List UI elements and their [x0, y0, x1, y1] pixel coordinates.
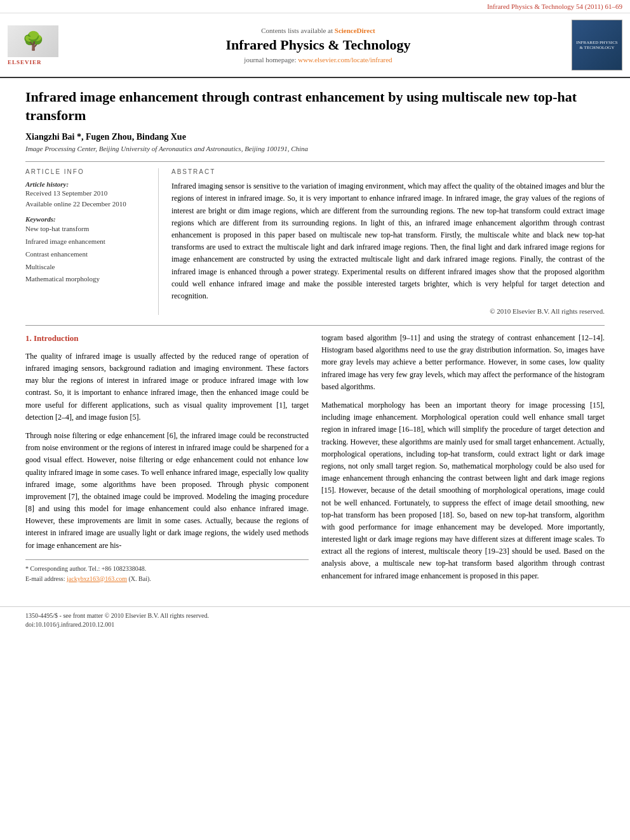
- keyword-2: Infrared image enhancement: [25, 236, 148, 248]
- keyword-4: Multiscale: [25, 261, 148, 274]
- tree-icon: 🌳: [22, 30, 44, 51]
- journal-cover-image: INFRARED PHYSICS & TECHNOLOGY: [572, 20, 622, 70]
- intro-paragraph-3: togram based algorithm [9–11] and using …: [321, 332, 605, 393]
- body-col-left: 1. Introduction The quality of infrared …: [25, 332, 309, 589]
- email-label: E-mail address:: [25, 575, 65, 582]
- info-abstract-section: ARTICLE INFO Article history: Received 1…: [25, 168, 605, 315]
- cover-thumbnail: INFRARED PHYSICS & TECHNOLOGY: [572, 20, 622, 70]
- history-label: Article history:: [25, 180, 148, 188]
- journal-homepage: journal homepage: www.elsevier.com/locat…: [71, 56, 565, 63]
- article-history-block: Article history: Received 13 September 2…: [25, 180, 148, 209]
- article-info-label: ARTICLE INFO: [25, 168, 148, 175]
- journal-bar: Infrared Physics & Technology 54 (2011) …: [0, 0, 630, 13]
- main-content: Infrared image enhancement through contr…: [0, 78, 630, 601]
- keywords-label: Keywords:: [25, 215, 148, 223]
- abstract-column: ABSTRACT Infrared imaging sensor is sens…: [171, 168, 605, 315]
- article-title: Infrared image enhancement through contr…: [25, 88, 605, 124]
- author-names: Xiangzhi Bai *, Fugen Zhou, Bindang Xue: [25, 132, 186, 142]
- intro-paragraph-4: Mathematical morphology has been an impo…: [321, 399, 605, 582]
- corresponding-note: * Corresponding author. Tel.: +86 108233…: [25, 559, 309, 584]
- journal-citation: Infrared Physics & Technology 54 (2011) …: [487, 3, 622, 10]
- divider-body: [25, 325, 605, 326]
- journal-title-header: Infrared Physics & Technology: [71, 37, 565, 53]
- affiliation: Image Processing Center, Beijing Univers…: [25, 145, 605, 152]
- elsevier-logo-container: 🌳 ELSEVIER: [8, 25, 65, 65]
- email-line: E-mail address: jackybxz163@163.com (X. …: [25, 574, 309, 584]
- homepage-url[interactable]: www.elsevier.com/locate/infrared: [298, 56, 392, 63]
- received-date: Received 13 September 2010: [25, 188, 148, 199]
- elsevier-logo-box: 🌳: [8, 25, 58, 57]
- intro-paragraph-2: Through noise filtering or edge enhancem…: [25, 430, 309, 552]
- authors: Xiangzhi Bai *, Fugen Zhou, Bindang Xue: [25, 132, 605, 142]
- body-col-right: togram based algorithm [9–11] and using …: [321, 332, 605, 589]
- introduction-heading: 1. Introduction: [25, 332, 309, 345]
- corresponding-star-text: * Corresponding author. Tel.: +86 108233…: [25, 564, 309, 574]
- article-info-column: ARTICLE INFO Article history: Received 1…: [25, 168, 159, 315]
- keywords-list: New top-hat transform Infrared image enh…: [25, 223, 148, 286]
- abstract-label: ABSTRACT: [171, 168, 605, 175]
- abstract-text: Infrared imaging sensor is sensitive to …: [171, 180, 605, 302]
- copyright-line: © 2010 Elsevier B.V. All rights reserved…: [171, 307, 605, 315]
- sciencedirect-link: Contents lists available at ScienceDirec…: [71, 27, 565, 34]
- available-online-date: Available online 22 December 2010: [25, 199, 148, 210]
- keyword-5: Mathematical morphology: [25, 273, 148, 286]
- email-name: (X. Bai).: [129, 575, 151, 582]
- elsevier-wordmark: ELSEVIER: [8, 59, 65, 65]
- keyword-3: Contrast enhancement: [25, 248, 148, 261]
- keyword-1: New top-hat transform: [25, 223, 148, 236]
- intro-paragraph-1: The quality of infrared image is usually…: [25, 350, 309, 423]
- doi-line: doi:10.1016/j.infrared.2010.12.001: [25, 621, 605, 628]
- footer-section: 1350-4495/$ - see front matter © 2010 El…: [0, 606, 630, 632]
- header-center: Contents lists available at ScienceDirec…: [71, 27, 565, 63]
- divider-top: [25, 161, 605, 162]
- email-link[interactable]: jackybxz163@163.com: [67, 575, 127, 582]
- issn-line: 1350-4495/$ - see front matter © 2010 El…: [25, 612, 605, 619]
- body-section: 1. Introduction The quality of infrared …: [25, 332, 605, 589]
- sciencedirect-brand[interactable]: ScienceDirect: [335, 27, 375, 34]
- keywords-block: Keywords: New top-hat transform Infrared…: [25, 215, 148, 286]
- header-section: 🌳 ELSEVIER Contents lists available at S…: [0, 13, 630, 78]
